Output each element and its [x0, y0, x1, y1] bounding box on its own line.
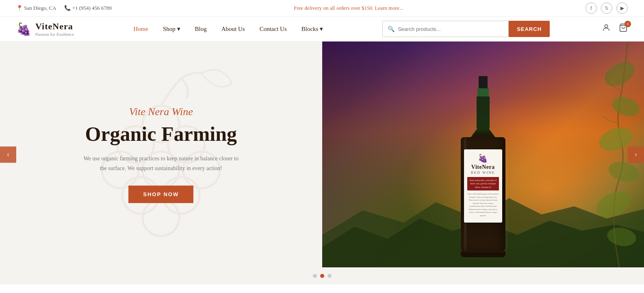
- label-body-text: Nunc sollicitudin ipsum id mi facilisis …: [467, 192, 499, 217]
- bottle-cap: [479, 76, 488, 88]
- hero-subtitle: Vite Nera Wine: [80, 106, 242, 118]
- cart-icon[interactable]: 0: [619, 23, 628, 35]
- header: 🍇 ViteNera Passion for Exellence Home Sh…: [0, 17, 644, 42]
- nav-blocks[interactable]: Blocks ▾: [294, 22, 330, 36]
- bottle-neck: [477, 96, 490, 129]
- hero-title: Organic Farming: [80, 122, 242, 146]
- prev-slide-button[interactable]: ‹: [0, 146, 16, 163]
- hero-left-panel: Vite Nera Wine Organic Farming We use or…: [0, 42, 322, 267]
- account-icon[interactable]: [602, 23, 611, 35]
- wine-bottle: 🍇 ViteNera RED WINE Nam rutlaculm, conva…: [459, 76, 507, 267]
- logo-tagline: Passion for Exellence: [35, 32, 74, 37]
- svg-point-14: [609, 93, 642, 120]
- bottle-foil: [477, 88, 489, 96]
- wine-label: 🍇 ViteNera RED WINE Nam rutlaculm, conva…: [464, 149, 502, 223]
- slide-dot-1[interactable]: [313, 274, 317, 278]
- bottle-body: 🍇 ViteNera RED WINE Nam rutlaculm, conva…: [461, 137, 505, 251]
- label-description-band: Nam rutlaculm, convallis el dolor sed, g…: [467, 177, 499, 190]
- logo[interactable]: 🍇 ViteNera Passion for Exellence: [16, 21, 74, 37]
- location-info: 📍 San Diego, CA: [16, 5, 56, 11]
- top-bar: 📍 San Diego, CA 📞 +1 (954) 456 6789 Free…: [0, 0, 644, 17]
- logo-icon: 🍇: [16, 22, 31, 36]
- header-icons: 0: [602, 23, 628, 35]
- hero-section: ‹ Vite Nera Wine Organic Farming We use …: [0, 42, 644, 267]
- label-type: RED WINE: [471, 171, 495, 175]
- bottle-base: [461, 251, 505, 257]
- phone-info: 📞 +1 (954) 456 6789: [64, 5, 112, 11]
- main-nav: Home Shop ▾ Blog About Us Contact Us Blo…: [126, 22, 330, 36]
- logo-name: ViteNera: [35, 21, 74, 32]
- hero-description: We use organic farming practices to keep…: [80, 154, 242, 173]
- bottle-shoulder: [471, 129, 495, 137]
- hero-right-panel: 🍇 ViteNera RED WINE Nam rutlaculm, conva…: [322, 42, 644, 267]
- svg-point-16: [606, 159, 641, 185]
- slide-indicators: [0, 267, 644, 284]
- slide-dot-2[interactable]: [320, 274, 324, 278]
- nav-blog[interactable]: Blog: [188, 22, 214, 36]
- youtube-icon[interactable]: ▶: [616, 2, 628, 14]
- svg-point-0: [605, 25, 607, 28]
- nav-contact[interactable]: Contact Us: [252, 22, 294, 36]
- top-bar-left: 📍 San Diego, CA 📞 +1 (954) 456 6789: [16, 5, 112, 11]
- svg-point-18: [606, 225, 638, 248]
- label-brand: ViteNera: [471, 164, 495, 171]
- label-grape-icon: 🍇: [478, 153, 488, 163]
- search-icon: 🔍: [388, 26, 395, 33]
- location-text: San Diego, CA: [24, 5, 56, 11]
- social-icons: f 𝕏 ▶: [585, 2, 628, 14]
- logo-text: ViteNera Passion for Exellence: [35, 21, 74, 37]
- search-input[interactable]: [398, 26, 503, 32]
- facebook-icon[interactable]: f: [585, 2, 597, 14]
- nav-home[interactable]: Home: [126, 22, 156, 36]
- phone-text: +1 (954) 456 6789: [72, 5, 112, 11]
- wine-bottle-shape: 🍇 ViteNera RED WINE Nam rutlaculm, conva…: [459, 76, 507, 267]
- nav-shop[interactable]: Shop ▾: [156, 22, 188, 36]
- phone-icon: 📞: [64, 5, 71, 11]
- nav-about[interactable]: About Us: [214, 22, 252, 36]
- location-icon: 📍: [16, 5, 23, 11]
- cart-count: 0: [624, 21, 631, 27]
- search-box: 🔍: [382, 21, 509, 37]
- next-slide-button[interactable]: ›: [628, 146, 644, 163]
- announcement-text: Free delivery on all orders over $150.: [294, 5, 373, 11]
- shop-now-button[interactable]: SHOP NOW: [128, 186, 193, 203]
- search-area: 🔍 SEARCH: [382, 21, 550, 37]
- hero-content: Vite Nera Wine Organic Farming We use or…: [63, 90, 258, 219]
- search-button[interactable]: SEARCH: [509, 21, 550, 37]
- learn-more-link[interactable]: Learn more...: [375, 5, 403, 11]
- slide-dot-3[interactable]: [327, 274, 332, 278]
- announcement-bar: Free delivery on all orders over $150. L…: [294, 5, 403, 11]
- twitter-icon[interactable]: 𝕏: [601, 2, 612, 14]
